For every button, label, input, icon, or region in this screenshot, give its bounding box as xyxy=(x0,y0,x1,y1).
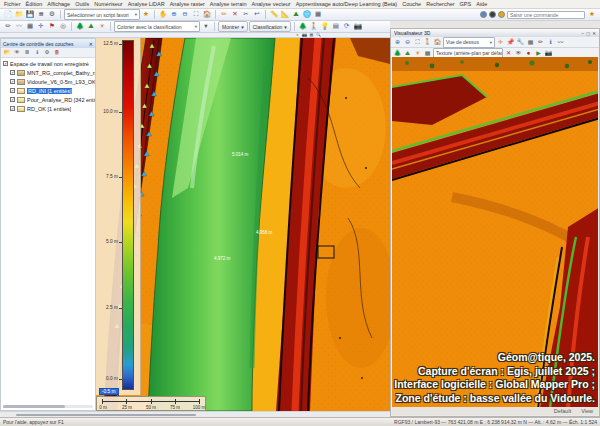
sun-shading-icon[interactable]: ☀ xyxy=(97,22,107,32)
command-search-input[interactable] xyxy=(507,11,585,19)
pin-icon[interactable]: 📌 xyxy=(506,38,515,47)
filter-icon[interactable]: ▾ xyxy=(201,22,211,32)
draw-cross-icon[interactable]: ✛ xyxy=(36,22,46,32)
menu-rechercher[interactable]: Rechercher xyxy=(426,1,454,7)
info-icon[interactable]: ℹ xyxy=(546,38,555,47)
dark-sphere-icon[interactable] xyxy=(489,11,496,18)
visibility-eye-icon[interactable]: 👁 xyxy=(13,49,21,57)
layer-checkbox[interactable]: ✓ xyxy=(10,70,15,75)
workspace-checkbox[interactable]: ✓ xyxy=(3,61,8,66)
layer-checkbox[interactable]: ✓ xyxy=(10,79,15,84)
menu-numeriseur[interactable]: Numériseur xyxy=(94,1,122,7)
home-view-icon[interactable]: 🏠 xyxy=(202,10,212,20)
menu-analyse-raster[interactable]: Analyse raster xyxy=(170,1,205,7)
new-file-icon[interactable]: 📄 xyxy=(3,10,13,20)
mini-camera-icon[interactable]: 📷 xyxy=(302,33,307,38)
open-file-icon[interactable]: 📁 xyxy=(14,10,24,20)
layer-panel-hscrollbar[interactable] xyxy=(3,405,93,408)
walk-mode-icon[interactable]: 🚶 xyxy=(309,22,319,32)
menu-gps[interactable]: GPS xyxy=(460,1,472,7)
layer-row-vidourle[interactable]: ✓ Vidourle_V6_0-5m_L93_OK_pour_Act_rembl… xyxy=(1,77,95,86)
viewer3d-viewport[interactable]: Géom@tique, 2025. Capture d'écran : Egis… xyxy=(392,57,598,407)
ruler-icon[interactable]: 📐 xyxy=(280,10,290,20)
vegetation-icon[interactable]: 🌲 xyxy=(75,22,85,32)
snapshot-icon[interactable]: 📷 xyxy=(353,22,363,32)
montrer-dropdown[interactable]: Montrer▾ xyxy=(218,21,248,32)
gold-sphere-icon[interactable] xyxy=(498,11,505,18)
default-view-button[interactable]: Default xyxy=(554,408,571,414)
lidar-color-mode-combobox[interactable]: Colorier avec la classification▾ xyxy=(114,21,200,32)
zoom-in-icon[interactable]: ⊕ xyxy=(169,10,179,20)
bulb-icon[interactable]: 💡 xyxy=(320,22,330,32)
mini-search-icon[interactable]: 🔍 xyxy=(316,33,321,38)
menu-outils[interactable]: Outils xyxy=(75,1,89,7)
pencil-icon[interactable]: ✏ xyxy=(536,38,545,47)
close-icon[interactable]: ✕ xyxy=(89,41,93,47)
zoom-out-icon[interactable]: ⊖ xyxy=(180,10,190,20)
grid-icon[interactable]: ▦ xyxy=(526,38,535,47)
grid-icon[interactable]: ▦ xyxy=(313,10,323,20)
cut-icon[interactable]: ✂ xyxy=(241,10,251,20)
draw-path-icon[interactable]: 〰 xyxy=(14,22,24,32)
globe-icon[interactable]: 🌐 xyxy=(302,10,312,20)
settings-icon[interactable]: ⚙ xyxy=(47,10,57,20)
layer-row-mnt[interactable]: ✓ MNT_RG_complet_Bathy_razil_et_Cubelle_… xyxy=(1,68,95,77)
metadata-info-icon[interactable]: ℹ xyxy=(33,49,41,57)
menu-analyse-vecteur[interactable]: Analyse vecteur xyxy=(252,1,291,7)
favorites-star-icon[interactable]: ★ xyxy=(587,10,597,20)
run-favorite-icon[interactable]: ★ xyxy=(141,10,151,20)
save-icon[interactable]: 💾 xyxy=(25,10,35,20)
refresh-icon[interactable]: ⟳ xyxy=(342,22,352,32)
menu-edition[interactable]: Édition xyxy=(26,1,43,7)
view-direction-combobox[interactable]: Vue de dessus▾ xyxy=(443,37,495,48)
open-layer-icon[interactable]: 📂 xyxy=(3,49,11,57)
target-icon[interactable]: ◎ xyxy=(58,22,68,32)
delete-feature-icon[interactable]: ✕ xyxy=(230,10,240,20)
layer-row-rd-ok[interactable]: ✓ RD_OK [1 entités] xyxy=(1,104,95,113)
layers-icon[interactable]: ≣ xyxy=(36,10,46,20)
digitizer-pencil-icon[interactable]: ✏ xyxy=(219,10,229,20)
workspace-root-row[interactable]: ✓ Espace de travail non enregistré xyxy=(1,59,95,68)
full-extent-icon[interactable]: ⛶ xyxy=(191,10,201,20)
menu-analyse-lidar[interactable]: Analyse LiDAR xyxy=(128,1,165,7)
pan-icon[interactable]: ✋ xyxy=(158,10,168,20)
layer-checkbox[interactable]: ✓ xyxy=(10,97,15,102)
tree-classify-icon[interactable]: 🌲 xyxy=(298,22,308,32)
measure-icon[interactable]: 📏 xyxy=(269,10,279,20)
zoom-out-icon[interactable]: ⊖ xyxy=(403,38,412,47)
map-viewport[interactable]: 4.972 m 4.958 m 5.014 m 12.5 m 10.0 m 7.… xyxy=(96,38,390,411)
layer-row-rd-ini[interactable]: ✓ RD_INI [1 entités] xyxy=(1,86,95,95)
undo-icon[interactable]: ↩ xyxy=(252,10,262,20)
blue-sphere-icon[interactable] xyxy=(480,11,487,18)
layer-settings-icon[interactable]: ⚙ xyxy=(43,49,51,57)
layer-list-icon[interactable]: ≣ xyxy=(23,49,31,57)
scrollbar-thumb[interactable] xyxy=(16,414,196,416)
draw-grid-icon[interactable]: ▦ xyxy=(25,22,35,32)
close-icon[interactable]: ✕ xyxy=(592,31,596,36)
draw-pencil-icon[interactable]: ✏ xyxy=(3,22,13,32)
relief-icon[interactable]: ⛰ xyxy=(86,22,96,32)
menu-deep-learning[interactable]: Apprentissage auto/Deep Learning (Beta) xyxy=(296,1,398,7)
home-view-icon[interactable]: 🏠 xyxy=(433,38,442,47)
menu-fichier[interactable]: Fichier xyxy=(4,1,21,7)
menu-couche[interactable]: Couche xyxy=(402,1,421,7)
menu-aide[interactable]: Aide xyxy=(476,1,487,7)
maximize-icon[interactable]: ▢ xyxy=(586,31,590,36)
layer-checkbox[interactable]: ✓ xyxy=(10,106,15,111)
full-extent-icon[interactable]: ⛶ xyxy=(413,38,422,47)
terrain-analysis-icon[interactable]: ⛰ xyxy=(291,10,301,20)
scrollbar-thumb[interactable] xyxy=(3,405,65,408)
classification-dropdown[interactable]: Classification▾ xyxy=(249,21,291,32)
layer-checkbox[interactable]: ✓ xyxy=(10,88,15,93)
zoom-in-icon[interactable]: ⊕ xyxy=(393,38,402,47)
delete-layer-icon[interactable]: 🗑 xyxy=(53,49,61,57)
add-cross-icon[interactable]: ✛ xyxy=(496,38,505,47)
favorite-script-combobox[interactable]: Sélectionner un script favori▾ xyxy=(64,9,140,20)
view-button[interactable]: View xyxy=(581,408,593,414)
attribute-table-icon[interactable]: ▤ xyxy=(331,22,341,32)
menu-analyse-terrain[interactable]: Analyse terrain xyxy=(210,1,247,7)
walk-mode-icon[interactable]: 🚶 xyxy=(423,38,432,47)
flag-icon[interactable]: ⚑ xyxy=(47,22,57,32)
minimize-icon[interactable]: – xyxy=(581,31,584,36)
status-dot-icon[interactable]: ● xyxy=(295,33,300,38)
